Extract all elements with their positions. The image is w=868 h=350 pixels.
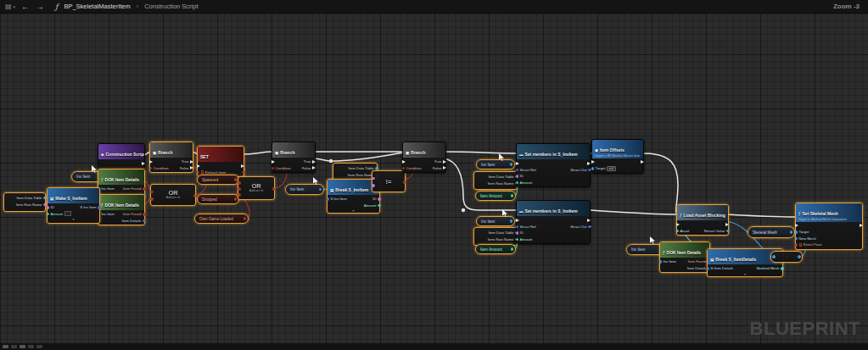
pill-item-amount-2[interactable]: Item Amount bbox=[475, 244, 516, 254]
make-s-invitem[interactable]: ▤Make S_InvItemIDS Inv ItemAmount▾ bbox=[47, 187, 100, 224]
set-skeletal-mesh-pin-target[interactable] bbox=[795, 231, 798, 234]
or-node-2-output-pin[interactable] bbox=[272, 187, 276, 191]
set-members-2-pin-struct-out[interactable] bbox=[588, 225, 591, 229]
data-table-get-1-pin-item-row-name[interactable] bbox=[43, 203, 47, 207]
set-refresh-item-exec-pin[interactable] bbox=[241, 164, 244, 168]
or-node-1-input-pin-0[interactable] bbox=[150, 191, 154, 194]
set-members-2-exec-pin[interactable] bbox=[587, 219, 591, 222]
collapse-arrow-icon[interactable]: ▾ bbox=[48, 218, 99, 221]
reroute-node[interactable] bbox=[329, 159, 333, 163]
branch-2-exec-pin[interactable] bbox=[272, 160, 275, 164]
set-skeletal-mesh-checkbox[interactable]: ✓ bbox=[799, 243, 803, 247]
data-table-get-2-pin-item-data-table[interactable] bbox=[375, 167, 378, 170]
set-members-2[interactable]: ▬Set members in S_InvItemStruct RefStruc… bbox=[516, 200, 591, 244]
set-skeletal-mesh-pin-new-mesh[interactable] bbox=[795, 237, 798, 241]
or-node-2-input-pin-2[interactable] bbox=[238, 193, 241, 197]
pill-item-amount-1-output-pin[interactable] bbox=[511, 194, 514, 197]
load-asset-blocking-pin-return-value[interactable] bbox=[726, 230, 730, 233]
forward-button[interactable]: → bbox=[36, 1, 44, 13]
branch-3-pin-condition[interactable] bbox=[402, 167, 406, 170]
make-s-invitem-pin-s-inv-item[interactable] bbox=[98, 206, 101, 209]
branch-1-pin-condition[interactable] bbox=[149, 167, 153, 170]
branch-1-exec-pin[interactable] bbox=[149, 160, 153, 164]
set-members-1-pin-struct-ref[interactable] bbox=[516, 169, 519, 172]
pill-spawned[interactable]: Spawned bbox=[197, 175, 239, 185]
or-node-2-input-pin-1[interactable] bbox=[238, 187, 241, 191]
convert-node-output-pin[interactable] bbox=[798, 255, 801, 258]
load-asset-blocking-exec-pin[interactable] bbox=[676, 223, 680, 226]
pill-own-game-loaded[interactable]: Own Game Loaded bbox=[194, 214, 249, 224]
branch-1[interactable]: ▣BranchTrueConditionFalse bbox=[149, 142, 193, 173]
pill-inv-item-4[interactable]: Inv Item bbox=[476, 216, 515, 226]
set-skeletal-mesh[interactable]: ƒSet Skeletal MeshTarget is Skeletal Mes… bbox=[795, 203, 863, 250]
branch-1-exec-pin[interactable] bbox=[190, 160, 193, 164]
set-members-1-exec-pin[interactable] bbox=[516, 162, 519, 165]
pill-skeletal-mesh-output-pin[interactable] bbox=[790, 231, 793, 234]
pill-inv-item-4-output-pin[interactable] bbox=[510, 219, 513, 223]
set-refresh-item[interactable]: SETRefresh Item bbox=[197, 146, 244, 177]
breadcrumb-blueprint-name[interactable]: BP_SkeletalMasterItem bbox=[64, 3, 130, 10]
set-members-2-pin-id[interactable] bbox=[516, 231, 519, 235]
data-table-get-3[interactable]: Item Data TableItem Row Name bbox=[473, 171, 518, 190]
make-s-invitem-value-box[interactable] bbox=[64, 211, 71, 216]
not-equal[interactable]: != bbox=[372, 170, 406, 192]
clipboard-icon[interactable]: ▤ bbox=[5, 0, 12, 14]
item-offsets-self-tag[interactable]: self bbox=[607, 166, 616, 172]
pill-inv-item-3-output-pin[interactable] bbox=[510, 163, 513, 166]
break-s-invitem-pin-id[interactable] bbox=[378, 197, 381, 201]
dok-item-details-2-pin-item-details[interactable] bbox=[143, 219, 146, 223]
pill-item-amount-2-output-pin[interactable] bbox=[511, 247, 514, 251]
item-offsets[interactable]: ◉Item OffsetsTarget is BP Skeletal Maste… bbox=[591, 139, 644, 174]
set-refresh-item-exec-pin[interactable] bbox=[197, 164, 200, 168]
branch-2-exec-pin[interactable] bbox=[312, 166, 316, 169]
pill-inv-item-2[interactable]: Inv Item bbox=[285, 184, 324, 195]
branch-2[interactable]: ▣BranchTrueConditionFalse bbox=[272, 142, 316, 173]
pill-spawned-output-pin[interactable] bbox=[234, 178, 238, 181]
branch-3-exec-pin[interactable] bbox=[402, 160, 406, 164]
or-node-1[interactable]: ORAdd pin ⊕ bbox=[150, 184, 196, 206]
dok-item-details-3[interactable]: ƒDOK Item DetailsInv ItemItem FoundItem … bbox=[659, 242, 710, 273]
set-skeletal-mesh-exec-pin[interactable] bbox=[795, 224, 798, 227]
dok-item-details-1-pin-item-found[interactable] bbox=[143, 187, 146, 191]
item-offsets-exec-pin[interactable] bbox=[591, 160, 595, 164]
branch-3[interactable]: ▣BranchTrueConditionFalse bbox=[402, 142, 446, 173]
not-equal-input-pin-1[interactable] bbox=[372, 184, 375, 187]
pill-dropped-output-pin[interactable] bbox=[234, 197, 238, 201]
add-pin-button[interactable]: Add pin ⊕ bbox=[166, 196, 181, 200]
load-asset-blocking-exec-pin[interactable] bbox=[725, 223, 729, 226]
load-asset-blocking[interactable]: ƒLoad Asset BlockingAssetReturn Value bbox=[676, 204, 729, 236]
dok-item-details-2-pin-item-found[interactable] bbox=[143, 213, 146, 216]
set-members-1-pin-id[interactable] bbox=[516, 175, 519, 178]
set-refresh-item-pin-bool[interactable] bbox=[242, 171, 245, 175]
not-equal-output-pin[interactable] bbox=[403, 181, 406, 184]
set-skeletal-mesh-pin-reinit-pose[interactable] bbox=[795, 243, 798, 247]
pill-dropped[interactable]: Dropped bbox=[197, 194, 239, 204]
data-table-get-1[interactable]: Item Data TableItem Row Name bbox=[3, 192, 46, 212]
branch-1-exec-pin[interactable] bbox=[190, 166, 193, 169]
break-s-invitem-pin-amount[interactable] bbox=[378, 204, 381, 208]
collapse-arrow-icon[interactable]: ▾ bbox=[708, 273, 782, 276]
dok-item-details-3-pin-inv-item[interactable] bbox=[659, 260, 663, 264]
or-node-1-output-pin[interactable] bbox=[193, 194, 197, 197]
construction-script-exec-pin[interactable] bbox=[142, 162, 145, 165]
make-s-invitem-pin-id[interactable] bbox=[47, 206, 50, 209]
set-members-2-pin-amount[interactable] bbox=[516, 238, 519, 242]
not-equal-input-pin-0[interactable] bbox=[372, 177, 375, 181]
convert-node[interactable]: · bbox=[770, 251, 803, 263]
pill-own-game-loaded-output-pin[interactable] bbox=[244, 217, 247, 220]
collapse-arrow-icon[interactable]: ▾ bbox=[328, 209, 379, 213]
construction-script[interactable]: ◈Construction Script bbox=[98, 143, 145, 169]
set-refresh-item-pin-refresh-item[interactable] bbox=[197, 171, 200, 175]
pill-inv-item-3[interactable]: Inv Item bbox=[476, 159, 515, 169]
data-table-get-4[interactable]: Item Data TableItem Row Name bbox=[473, 227, 518, 246]
set-members-2-pin-struct-ref[interactable] bbox=[516, 225, 519, 229]
branch-3-exec-pin[interactable] bbox=[443, 166, 446, 169]
load-asset-blocking-pin-asset[interactable] bbox=[676, 230, 680, 233]
dok-item-details-2[interactable]: ƒDOK Item DetailsInv ItemItem FoundItem … bbox=[98, 194, 145, 225]
branch-2-pin-condition[interactable] bbox=[272, 167, 275, 170]
make-s-invitem-pin-amount[interactable] bbox=[47, 213, 50, 216]
branch-3-exec-pin[interactable] bbox=[443, 160, 446, 164]
item-offsets-pin-target[interactable] bbox=[591, 167, 595, 170]
break-s-itemdetails-pin-skeletal-mesh[interactable] bbox=[781, 267, 784, 270]
pill-skeletal-mesh[interactable]: Skeletal Mesh bbox=[748, 226, 795, 238]
